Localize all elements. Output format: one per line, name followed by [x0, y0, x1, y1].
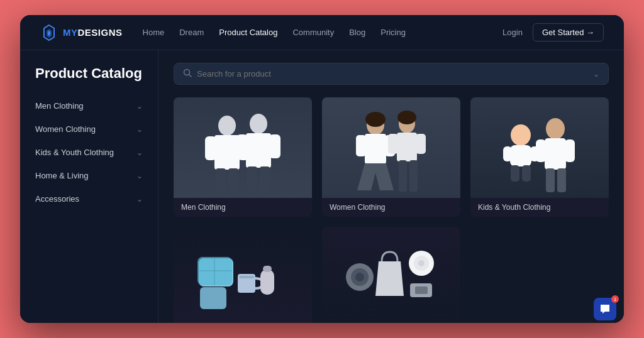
svg-rect-6 [216, 168, 226, 192]
chevron-down-icon: ⌄ [136, 102, 143, 111]
sidebar: Product Catalog Men Clothing ⌄ Women Clo… [20, 50, 158, 323]
svg-rect-35 [565, 139, 575, 162]
kids-clothing-illustration [489, 97, 590, 198]
product-image-kids [470, 97, 609, 198]
product-image-men [174, 97, 312, 198]
svg-rect-46 [263, 266, 272, 272]
sidebar-item-women-clothing[interactable]: Women Clothing ⌄ [20, 117, 158, 141]
chevron-down-icon: ⌄ [136, 195, 143, 204]
svg-rect-36 [546, 168, 555, 192]
sidebar-item-accessories[interactable]: Accessories ⌄ [20, 187, 158, 210]
sidebar-item-kids-clothing[interactable]: Kids & Youth Clothing ⌄ [20, 141, 158, 164]
chevron-down-icon: ⌄ [136, 125, 143, 134]
svg-rect-34 [536, 139, 546, 162]
nav-home[interactable]: Home [143, 28, 165, 37]
svg-rect-12 [247, 166, 257, 192]
get-started-button[interactable]: Get Started → [533, 23, 604, 41]
svg-rect-16 [365, 134, 386, 164]
sidebar-item-home-living[interactable]: Home & Living ⌄ [20, 164, 158, 187]
chat-widget[interactable]: 1 [594, 298, 616, 320]
sidebar-item-label: Home & Living [35, 171, 89, 180]
svg-rect-23 [416, 134, 426, 154]
sidebar-item-men-clothing[interactable]: Men Clothing ⌄ [20, 94, 158, 117]
product-image-home [174, 227, 312, 323]
svg-point-2 [218, 116, 236, 136]
svg-rect-54 [415, 286, 428, 294]
nav-blog[interactable]: Blog [349, 28, 365, 37]
dropdown-icon[interactable]: ⌄ [593, 70, 599, 79]
svg-point-8 [250, 114, 267, 134]
nav-right: Login Get Started → [502, 23, 604, 41]
svg-point-32 [546, 118, 565, 139]
sidebar-item-label: Men Clothing [35, 101, 84, 111]
nav-pricing[interactable]: Pricing [380, 28, 406, 37]
chat-notification-badge: 1 [611, 295, 619, 303]
svg-rect-7 [228, 168, 238, 192]
nav-dream[interactable]: Dream [179, 28, 204, 37]
product-label-kids: Kids & Youth Clothing [470, 198, 609, 217]
nav-product-catalog[interactable]: Product Catalog [219, 28, 277, 37]
product-image-accessories [322, 227, 460, 323]
accessories-illustration [341, 239, 441, 315]
svg-point-26 [511, 124, 531, 146]
svg-rect-21 [397, 133, 417, 161]
chat-icon [599, 303, 611, 315]
svg-rect-17 [356, 135, 366, 156]
product-card-women[interactable]: Women Clothing [322, 97, 460, 217]
product-label-men: Men Clothing [174, 198, 312, 217]
svg-rect-33 [545, 138, 566, 170]
sidebar-item-label: Kids & Youth Clothing [35, 148, 114, 157]
chevron-down-icon: ⌄ [136, 172, 143, 180]
svg-rect-24 [399, 160, 407, 192]
product-image-women [322, 97, 460, 198]
svg-rect-43 [200, 287, 226, 309]
right-panel: ⌄ [158, 50, 624, 323]
svg-rect-3 [214, 135, 240, 170]
home-living-illustration [192, 239, 293, 315]
svg-rect-11 [269, 134, 280, 158]
svg-rect-25 [409, 160, 418, 192]
svg-rect-9 [246, 133, 271, 168]
svg-line-1 [189, 75, 192, 77]
svg-point-20 [397, 111, 416, 124]
svg-rect-37 [557, 168, 566, 192]
sidebar-item-label: Women Clothing [35, 124, 96, 134]
navbar: MYDESIGNS Home Dream Product Catalog Com… [20, 15, 624, 50]
brand-name: MYDESIGNS [63, 27, 123, 38]
product-label-women: Women Clothing [322, 198, 460, 217]
nav-community[interactable]: Community [292, 28, 334, 37]
search-icon [183, 68, 192, 79]
device-frame: MYDESIGNS Home Dream Product Catalog Com… [20, 15, 624, 323]
product-card-home[interactable]: Home & Living [174, 227, 312, 323]
product-grid: Men Clothing [174, 97, 609, 323]
logo-area[interactable]: MYDESIGNS [40, 24, 123, 41]
svg-point-15 [365, 112, 386, 127]
svg-rect-44 [239, 276, 254, 278]
svg-rect-10 [236, 134, 248, 158]
nav-links: Home Dream Product Catalog Community Blo… [143, 28, 503, 37]
chevron-down-icon: ⌄ [136, 148, 143, 157]
product-card-accessories[interactable]: Accessories [322, 227, 460, 323]
svg-rect-13 [260, 166, 270, 192]
sidebar-title: Product Catalog [20, 65, 158, 94]
svg-rect-28 [503, 146, 512, 161]
search-bar[interactable]: ⌄ [174, 63, 609, 85]
svg-point-52 [418, 260, 425, 266]
women-clothing-illustration [341, 97, 441, 198]
svg-rect-45 [260, 270, 274, 295]
svg-rect-4 [205, 136, 216, 160]
svg-rect-22 [388, 134, 398, 154]
svg-point-49 [355, 273, 364, 281]
svg-rect-27 [510, 145, 531, 166]
logo-icon [40, 24, 58, 41]
svg-rect-30 [511, 165, 519, 182]
product-card-men[interactable]: Men Clothing [174, 97, 312, 217]
product-card-kids[interactable]: Kids & Youth Clothing [470, 97, 609, 217]
search-input[interactable] [197, 69, 588, 79]
main-content: Product Catalog Men Clothing ⌄ Women Clo… [20, 50, 624, 323]
men-clothing-illustration [192, 97, 293, 198]
svg-rect-31 [522, 165, 531, 182]
sidebar-item-label: Accessories [35, 194, 79, 204]
login-button[interactable]: Login [502, 28, 523, 37]
